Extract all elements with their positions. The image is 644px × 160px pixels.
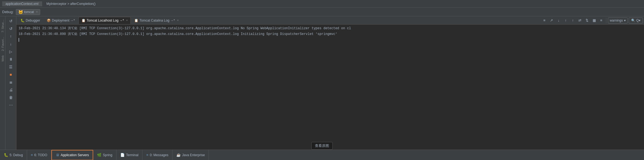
sidebar-refresh2-icon[interactable]: ↺ <box>7 25 15 32</box>
tab-debugger-label: Debugger <box>26 19 40 22</box>
bottom-tab-java-enterprise-label: Java Enterprise <box>182 153 205 157</box>
toolbar-swap-btn[interactable]: ⇄ <box>577 17 583 23</box>
sidebar-refresh-icon[interactable]: ↺ <box>7 17 15 25</box>
sidebar-list2-icon[interactable]: ≣ <box>7 79 15 86</box>
sidebar-print-icon[interactable]: 🖨 <box>7 86 15 93</box>
sidebar-list-icon[interactable]: ☰ <box>7 63 15 70</box>
tooltip-text: 查看原图 <box>315 144 329 148</box>
toolbar-down-btn[interactable]: ↓ <box>556 17 562 23</box>
log-line-1: 18-Feb-2021 21:36:40.134 洪℃佑 [RMI TCP Co… <box>19 26 642 31</box>
log-line-2: 18-Feb-2021 21:36:40.890 洪℃佑 [RMI TCP Co… <box>19 31 642 37</box>
bottom-tab-messages-label: 0: Messages <box>150 153 168 157</box>
sidebar-delete-icon[interactable]: 🗑 <box>7 94 15 101</box>
bottom-tab-messages[interactable]: ≡ 0: Messages <box>142 150 172 160</box>
log-cursor-line <box>19 37 642 43</box>
bottom-tab-todo[interactable]: ≡ 6: TODO <box>27 150 51 160</box>
toolbar-goto-btn[interactable]: ↗ <box>549 17 555 23</box>
sidebar-more-icon[interactable]: ⋯ <box>7 102 15 109</box>
tab-tomcat-localhost-label: Tomcat Localhost Log →* <box>87 19 124 22</box>
tab-deployment[interactable]: 📦 Deployment →* <box>44 17 78 24</box>
content-area: 🐛 Debugger 📦 Deployment →* 📋 Tomcat Loca… <box>16 16 644 150</box>
main-container: 7: Struc... 2: Favori... Web ↺ ↺ ↑ ↓ ▷ ⏸… <box>0 16 644 150</box>
debug-session-tab[interactable]: 🐱 tomcat × <box>16 9 40 15</box>
java-enterprise-tab-icon: ☕ <box>176 153 181 157</box>
bottom-tab-debug-label: 5: Debug <box>10 153 23 157</box>
toolbar-swap2-btn[interactable]: ⇅ <box>584 17 590 23</box>
tab-tomcat-catalina[interactable]: 📋 Tomcat Catalina Log →* × <box>131 17 182 24</box>
debug-session-close[interactable]: × <box>36 10 38 13</box>
toolbar-up-btn[interactable]: ↑ <box>563 17 569 23</box>
warnings-chevron: ▾ <box>624 19 626 22</box>
tomcat-catalina-icon: 📋 <box>134 19 138 22</box>
bottom-tab-terminal[interactable]: 📄 Terminal <box>116 150 142 160</box>
sidebar-up-arrow-icon[interactable]: ↑ <box>7 33 15 40</box>
vertical-tab-structure[interactable]: 7: Struc... <box>1 17 5 35</box>
file-tab[interactable]: applicationContext.xml <box>2 1 42 6</box>
toolbar-menu-btn[interactable]: ≡ <box>541 17 548 23</box>
tomcat-icon: 🐱 <box>18 10 23 14</box>
sidebar-down-arrow-icon[interactable]: ↓ <box>7 40 15 48</box>
top-bar: applicationContext.xml MyInterceptor > a… <box>0 0 644 8</box>
vertical-tab-favorites[interactable]: 2: Favori... <box>1 35 5 53</box>
tab-tomcat-localhost-close[interactable]: × <box>126 19 128 22</box>
bottom-tab-app-servers[interactable]: 🖥 Application Servers <box>51 150 93 160</box>
app-servers-tab-icon: 🖥 <box>56 153 59 157</box>
debugger-icon: 🐛 <box>21 19 25 22</box>
debug-label: Debug: <box>2 10 14 14</box>
messages-tab-icon: ≡ <box>146 153 148 157</box>
tab-tomcat-localhost[interactable]: 📋 Tomcat Localhost Log →* × <box>78 17 131 24</box>
left-sidebar: ↺ ↺ ↑ ↓ ▷ ⏸ ☰ ■ ≣ 🖨 🗑 ⋯ <box>5 16 16 150</box>
search-box[interactable]: 🔍 Q▾ <box>629 17 643 23</box>
warnings-filter[interactable]: warnings ▾ <box>608 17 628 23</box>
vertical-tab-web[interactable]: Web <box>1 53 5 64</box>
log-cursor <box>19 38 19 42</box>
tab-deployment-label: Deployment →* <box>52 19 75 22</box>
bottom-tab-debug[interactable]: 🐛 5: Debug <box>0 150 27 160</box>
tooltip-overlay: 查看原图 <box>311 142 333 150</box>
tab-tomcat-catalina-label: Tomcat Catalina Log →* <box>139 19 175 22</box>
tool-tabs: 🐛 Debugger 📦 Deployment →* 📋 Tomcat Loca… <box>16 16 644 25</box>
toolbar-up2-btn[interactable]: ↑ <box>570 17 576 23</box>
tab-debugger[interactable]: 🐛 Debugger <box>17 17 43 24</box>
deployment-icon: 📦 <box>47 19 51 22</box>
bottom-tab-todo-label: 6: TODO <box>34 153 47 157</box>
toolbar-grid-btn[interactable]: ▦ <box>591 17 597 23</box>
far-left-tabs: 7: Struc... 2: Favori... Web <box>0 16 5 150</box>
terminal-tab-icon: 📄 <box>120 153 125 157</box>
log-content: 18-Feb-2021 21:36:40.134 洪℃佑 [RMI TCP Co… <box>16 25 644 150</box>
spring-tab-icon: 🌿 <box>97 153 101 157</box>
debug-session-name: tomcat <box>24 10 34 14</box>
bottom-tab-terminal-label: Terminal <box>126 153 138 157</box>
sidebar-stop-icon[interactable]: ■ <box>7 71 15 78</box>
bottom-tab-spring-label: Spring <box>103 153 112 157</box>
todo-tab-icon: ≡ <box>31 153 33 157</box>
warnings-label: warnings <box>610 19 623 22</box>
bottom-tab-java-enterprise[interactable]: ☕ Java Enterprise <box>172 150 209 160</box>
debug-tab-bar: Debug: 🐱 tomcat × <box>0 8 644 16</box>
breadcrumb: MyInterceptor > afterCompletion() <box>42 2 100 6</box>
toolbar-separator <box>606 18 606 23</box>
sidebar-step-over-icon[interactable]: ▷ <box>7 48 15 55</box>
search-placeholder: Q▾ <box>636 19 640 22</box>
debug-tab-icon: 🐛 <box>4 153 8 157</box>
sidebar-pause-icon[interactable]: ⏸ <box>7 56 15 63</box>
bottom-bar: 🐛 5: Debug ≡ 6: TODO 🖥 Application Serve… <box>0 150 644 160</box>
toolbar-right: ≡ ↗ ↓ ↑ ↑ ⇄ ⇅ ▦ ≡ warnings ▾ 🔍 Q▾ <box>541 17 643 23</box>
search-icon: 🔍 <box>631 19 635 22</box>
bottom-tab-app-servers-label: Application Servers <box>61 153 89 157</box>
tab-tomcat-catalina-close[interactable]: × <box>177 19 179 22</box>
toolbar-list-btn[interactable]: ≡ <box>598 17 604 23</box>
tomcat-localhost-icon: 📋 <box>81 19 86 22</box>
bottom-tab-spring[interactable]: 🌿 Spring <box>93 150 116 160</box>
